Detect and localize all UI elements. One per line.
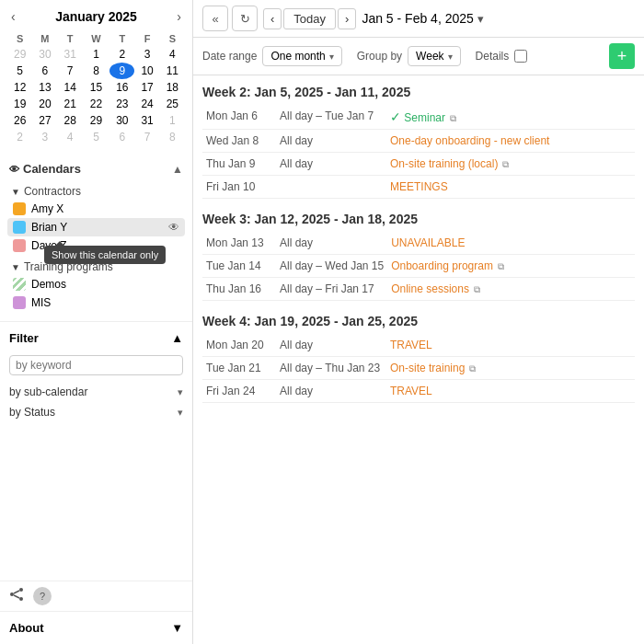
calendar-day[interactable]: 1 xyxy=(160,112,185,129)
calendar-day[interactable]: 4 xyxy=(58,129,83,145)
calendar-day[interactable]: 7 xyxy=(134,129,159,145)
keyword-filter-input[interactable] xyxy=(9,355,183,375)
calendar-day[interactable]: 14 xyxy=(58,79,83,96)
calendar-day[interactable]: 4 xyxy=(160,46,185,63)
calendar-day[interactable]: 11 xyxy=(160,63,185,79)
calendar-day[interactable]: 24 xyxy=(134,96,159,112)
week-section-1: Week 3: Jan 12, 2025 - Jan 18, 2025Mon J… xyxy=(202,202,635,301)
calendar-day[interactable]: 30 xyxy=(109,112,134,129)
calendar-day[interactable]: 5 xyxy=(83,129,109,145)
event-row[interactable]: Fri Jan 10MEETINGS xyxy=(202,176,635,199)
calendar-day[interactable]: 13 xyxy=(32,79,57,96)
event-row[interactable]: Tue Jan 21All day – Thu Jan 23On-site tr… xyxy=(202,357,635,380)
refresh-button[interactable]: ↻ xyxy=(232,6,258,31)
filter-dropdown-arrow: ▾ xyxy=(178,386,183,398)
calendar-day[interactable]: 19 xyxy=(7,96,32,112)
calendars-title: 👁 Calendars xyxy=(9,162,81,176)
calendar-day[interactable]: 3 xyxy=(134,46,159,63)
calendar-day[interactable]: 7 xyxy=(58,63,83,79)
calendar-day[interactable]: 22 xyxy=(83,96,109,112)
add-event-button[interactable]: + xyxy=(609,43,635,69)
calendar-day[interactable]: 26 xyxy=(7,112,32,129)
calendar-day[interactable]: 2 xyxy=(109,46,134,63)
today-button[interactable]: Today xyxy=(283,8,336,29)
calendar-day[interactable]: 21 xyxy=(58,96,83,112)
calendar-day[interactable]: 18 xyxy=(160,79,185,96)
calendar-day[interactable]: 29 xyxy=(7,46,32,63)
calendar-day[interactable]: 1 xyxy=(83,46,109,63)
event-row[interactable]: Wed Jan 8All dayOne-day onboarding - new… xyxy=(202,130,635,153)
calendar-day[interactable]: 15 xyxy=(83,79,109,96)
date-range-label: Date range xyxy=(202,50,257,63)
event-name: TRAVEL xyxy=(386,334,635,357)
event-date: Mon Jan 6 xyxy=(202,105,276,130)
calendar-day[interactable]: 17 xyxy=(134,79,159,96)
mini-calendar: ‹ January 2025 › SMTWTFS 293031123456789… xyxy=(0,0,192,153)
calendar-month-year: January 2025 xyxy=(55,9,137,24)
date-navigation: ‹ Today › xyxy=(263,8,356,29)
next-month-button[interactable]: › xyxy=(173,7,185,26)
calendar-day[interactable]: 10 xyxy=(134,63,159,79)
calendar-day[interactable]: 2 xyxy=(7,129,32,145)
calendar-day[interactable]: 8 xyxy=(160,129,185,145)
calendar-day[interactable]: 16 xyxy=(109,79,134,96)
calendar-day[interactable]: 12 xyxy=(7,79,32,96)
calendar-day[interactable]: 30 xyxy=(32,46,57,63)
calendar-day[interactable]: 8 xyxy=(83,63,109,79)
eye-icon[interactable]: 👁 xyxy=(168,221,179,234)
calendar-color-swatch xyxy=(13,202,26,215)
calendar-item-1-0[interactable]: Demos xyxy=(7,275,185,293)
calendar-item-0-1[interactable]: Brian Y👁Show this calendar only xyxy=(7,218,185,236)
calendar-day[interactable]: 20 xyxy=(32,96,57,112)
filter-row-2[interactable]: by Status▾ xyxy=(7,402,185,422)
calendar-day[interactable]: 6 xyxy=(109,129,134,145)
event-date: Wed Jan 8 xyxy=(202,130,276,153)
date-range-select[interactable]: One month ▾ xyxy=(262,46,341,66)
event-row[interactable]: Fri Jan 24All dayTRAVEL xyxy=(202,380,635,403)
prev-period-button[interactable]: ‹ xyxy=(263,8,282,29)
prev-month-button[interactable]: ‹ xyxy=(7,7,19,26)
calendar-day[interactable]: 5 xyxy=(7,63,32,79)
week-section-0: Week 2: Jan 5, 2025 - Jan 11, 2025Mon Ja… xyxy=(202,75,635,199)
event-row[interactable]: Mon Jan 6All day – Tue Jan 7✓ Seminar ⧉ xyxy=(202,105,635,130)
group-by-select-arrow: ▾ xyxy=(448,52,453,62)
filter-row-0[interactable] xyxy=(7,349,185,382)
calendar-day[interactable]: 23 xyxy=(109,96,134,112)
back-button[interactable]: « xyxy=(202,6,228,31)
details-checkbox[interactable] xyxy=(514,50,527,63)
calendar-day[interactable]: 28 xyxy=(58,112,83,129)
filter-row-1[interactable]: by sub-calendar▾ xyxy=(7,382,185,402)
calendar-day[interactable]: 29 xyxy=(83,112,109,129)
help-button[interactable]: ? xyxy=(33,587,52,605)
next-period-button[interactable]: › xyxy=(338,8,356,29)
calendar-day[interactable]: 3 xyxy=(32,129,57,145)
about-title: About xyxy=(9,621,44,635)
bottom-icons: ? xyxy=(0,581,192,611)
event-row[interactable]: Mon Jan 13All dayUNAVAILABLE xyxy=(202,232,635,255)
group-by-select[interactable]: Week ▾ xyxy=(408,46,460,66)
filter-title: Filter xyxy=(9,331,39,345)
event-table: Mon Jan 20All dayTRAVELTue Jan 21All day… xyxy=(202,334,635,403)
event-row[interactable]: Thu Jan 16All day – Fri Jan 17Online ses… xyxy=(202,278,635,301)
date-range-display[interactable]: Jan 5 - Feb 4, 2025 ▾ xyxy=(362,11,483,26)
calendar-day[interactable]: 31 xyxy=(58,46,83,63)
event-row[interactable]: Tue Jan 14All day – Wed Jan 15Onboarding… xyxy=(202,255,635,278)
calendar-day[interactable]: 31 xyxy=(134,112,159,129)
calendar-content: Week 2: Jan 5, 2025 - Jan 11, 2025Mon Ja… xyxy=(193,75,644,644)
about-toggle[interactable]: About ▼ xyxy=(7,617,185,638)
calendar-item-1-1[interactable]: MIS xyxy=(7,293,185,312)
date-range-control: Date range One month ▾ xyxy=(202,46,342,66)
day-header: T xyxy=(58,31,83,46)
calendar-day[interactable]: 25 xyxy=(160,96,185,112)
calendar-day[interactable]: 9 xyxy=(109,63,134,79)
calendar-day[interactable]: 27 xyxy=(32,112,57,129)
event-row[interactable]: Thu Jan 9All dayOn-site training (local)… xyxy=(202,153,635,176)
event-row[interactable]: Mon Jan 20All dayTRAVEL xyxy=(202,334,635,357)
calendar-item-0-0[interactable]: Amy X xyxy=(7,200,185,218)
filter-toggle[interactable]: Filter ▲ xyxy=(7,328,185,349)
calendars-toggle[interactable]: 👁 Calendars ▲ xyxy=(7,158,185,179)
share-button[interactable] xyxy=(9,587,24,605)
calendar-day[interactable]: 6 xyxy=(32,63,57,79)
calendars-section: 👁 Calendars ▲ ▼ContractorsAmy XBrian Y👁S… xyxy=(0,153,192,321)
group-header-0[interactable]: ▼Contractors xyxy=(7,183,185,200)
